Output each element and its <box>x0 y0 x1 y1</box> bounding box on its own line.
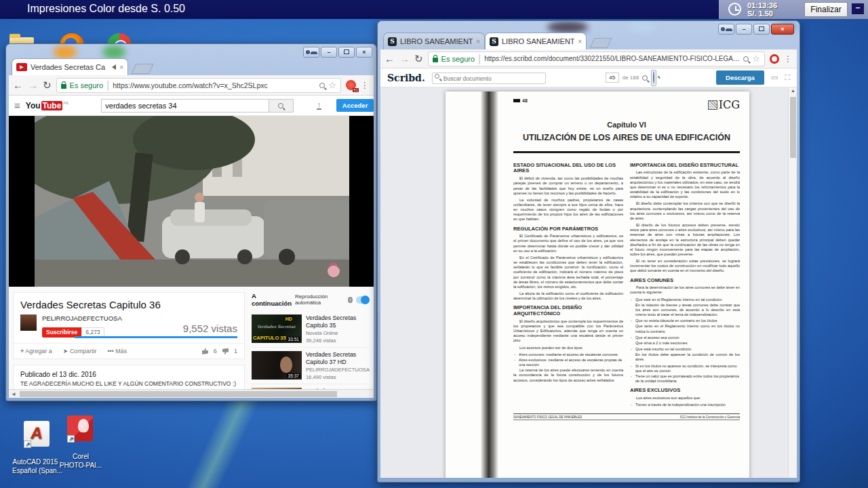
channel-avatar[interactable] <box>20 314 37 331</box>
doc-block: El Certificado de Parámetros urbanístico… <box>513 234 623 253</box>
scrollbar-thumb[interactable] <box>20 391 337 397</box>
doc-block: La reserva de los aires puede efectuarse… <box>513 368 623 382</box>
channel-name[interactable]: PELIRROJADEFECTUOSA <box>42 314 122 322</box>
vertical-scrollbar[interactable]: ▲ <box>788 87 797 478</box>
desktop-icon-corel[interactable]: ↗ Corel PHOTO-PAI... <box>56 407 106 479</box>
chrome-menu-icon[interactable]: ⋮ <box>784 54 793 64</box>
page-number-input[interactable] <box>606 73 619 83</box>
doc-block: Aires comunes: mediante el acceso de esc… <box>513 352 623 357</box>
page-total: de 188 <box>623 75 639 81</box>
address-bar[interactable]: Es seguro | https://es.scribd.com/docume… <box>428 52 765 66</box>
zoom-out-icon[interactable] <box>642 75 648 81</box>
bookmark-star-icon[interactable]: ☆ <box>752 54 760 64</box>
youtube-search-button[interactable] <box>269 99 294 113</box>
more-button[interactable]: ••• Más <box>107 348 127 354</box>
horizontal-scrollbar[interactable]: ◄ <box>9 389 374 398</box>
address-separator: | <box>106 79 109 92</box>
browser-toolbar: ← → ↻ Es seguro | https://es.scribd.com/… <box>380 49 797 68</box>
chapter-label: Capítulo VI <box>513 121 740 129</box>
close-button[interactable]: × <box>356 47 372 58</box>
back-button[interactable]: ← <box>384 53 395 64</box>
autoplay-toggle[interactable] <box>356 296 370 304</box>
suggested-video-1[interactable]: HD Verdades Secretas CAPITULO 35 33:51 V… <box>252 311 370 348</box>
info-icon[interactable]: i <box>348 297 353 303</box>
scrollbar-thumb[interactable] <box>790 97 796 158</box>
chapter-title: UTILIZACIÓN DE LOS AIRES DE UNA EDIFICAC… <box>513 131 740 144</box>
maximize-button[interactable] <box>753 24 770 35</box>
publish-date: Publicado el 13 dic. 2016 <box>14 365 244 380</box>
address-bar[interactable]: Es seguro | https://www.youtube.com/watc… <box>56 78 341 93</box>
back-button[interactable]: ← <box>13 79 23 91</box>
new-tab-button[interactable] <box>590 38 612 48</box>
reload-button[interactable]: ↻ <box>414 53 423 65</box>
adblock-extension-icon[interactable]: 51 <box>346 80 356 90</box>
desktop-icon-autocad[interactable]: ↗ AutoCAD 2015 - Español (Span... <box>12 412 62 484</box>
document-search-input[interactable] <box>432 73 546 84</box>
doc-block: Las estructuras de la edificación existe… <box>630 170 740 199</box>
scribd-favicon: S <box>490 37 498 46</box>
minimize-button[interactable]: – <box>736 24 752 35</box>
thumbs-down-icon[interactable] <box>222 348 229 354</box>
doc-block: Para la determinación de los aires comun… <box>630 285 740 295</box>
red-o-extension-icon[interactable] <box>770 54 779 64</box>
video-player[interactable] <box>9 116 374 287</box>
maximize-button[interactable] <box>338 47 355 58</box>
reload-button[interactable]: ↻ <box>43 79 52 92</box>
kiosk-minimize-button[interactable]: – <box>852 3 864 14</box>
upload-icon[interactable]: ↑ <box>317 101 321 110</box>
address-separator: | <box>478 53 481 65</box>
tab-title: Verdades Secretas Ca <box>31 63 108 71</box>
youtube-search-input[interactable] <box>101 99 269 113</box>
thumbs-up-icon[interactable] <box>202 348 208 354</box>
more-dots-icon: ••• <box>107 348 113 354</box>
doc-right-column: IMPORTANCIA DEL DISEÑO ESTRUCTURALLas es… <box>630 159 740 411</box>
minimize-button[interactable]: – <box>321 47 337 58</box>
share-button[interactable]: ➤ Compartir <box>63 348 97 354</box>
profile-window-button[interactable] <box>303 47 319 58</box>
tab-scribd-2[interactable]: S LIBRO SANEAMIENTO FI × <box>485 33 587 49</box>
tab-youtube[interactable]: ▶ Verdades Secretas Ca × <box>12 58 128 75</box>
tab-close-icon[interactable]: × <box>476 38 480 45</box>
zoom-in-button[interactable] <box>651 70 656 86</box>
shortcut-arrow-icon: ↗ <box>67 435 75 443</box>
add-to-button[interactable]: + Agregar a <box>20 348 52 354</box>
forward-button[interactable]: → <box>399 53 410 64</box>
signin-button[interactable]: Acceder <box>336 99 374 112</box>
description-card: Publicado el 13 dic. 2016 TE AGRADECERÍA… <box>13 365 245 392</box>
tab-close-icon[interactable]: × <box>578 38 582 45</box>
suggested-thumbnail: HD Verdades Secretas CAPITULO 35 33:51 <box>252 314 302 343</box>
suggested-channel: PELIRROJADEFECTUOSA <box>306 367 370 373</box>
doc-footer-right: ICG Instituto de la Construcción y Geren… <box>680 415 740 419</box>
plus-icon: + <box>20 348 24 354</box>
duration-badge: 35:37 <box>287 373 300 378</box>
youtube-favicon: ▶ <box>16 63 27 71</box>
scroll-left-icon[interactable]: ◄ <box>11 391 16 397</box>
close-button[interactable]: × <box>771 24 794 35</box>
bookmark-star-icon[interactable]: ☆ <box>328 80 336 90</box>
zoom-page-icon[interactable] <box>319 83 325 88</box>
youtube-logo[interactable]: You Tube PE <box>26 101 69 110</box>
document-search[interactable] <box>432 71 546 85</box>
fullscreen-icon[interactable]: ⛶ <box>785 73 790 82</box>
download-button[interactable]: Descarga <box>716 70 764 85</box>
scroll-up-icon[interactable]: ▲ <box>791 88 795 93</box>
profile-window-button[interactable] <box>718 24 734 35</box>
dislike-count: 1 <box>234 348 237 354</box>
scribd-logo[interactable]: Scribd. <box>387 73 425 83</box>
new-tab-button[interactable] <box>132 64 154 74</box>
tab-scribd-1[interactable]: S LIBRO SANEAMIENTO FI × <box>383 33 485 49</box>
chrome-menu-icon[interactable]: ⋮ <box>361 81 370 90</box>
video-title: Verdades Secretas Capitulo 36 <box>14 293 244 313</box>
tab-close-icon[interactable]: × <box>119 64 123 71</box>
doc-block: La altura de la edificación como el coef… <box>513 291 623 301</box>
zoom-page-icon[interactable] <box>743 56 749 62</box>
extension-badge: 51 <box>353 88 359 92</box>
forward-button[interactable]: → <box>28 79 38 91</box>
doc-footer-rule <box>513 420 740 420</box>
suggested-video-2[interactable]: 35:37 Verdades Secretas Capitulo 37 HD P… <box>252 348 370 384</box>
presentation-mode-icon[interactable]: ▭ <box>771 73 778 82</box>
finalizar-button[interactable]: Finalizar <box>804 2 848 17</box>
suggested-views: 16,490 vistas <box>306 374 370 380</box>
hamburger-menu-icon[interactable]: ≡ <box>14 100 20 111</box>
document-viewer[interactable]: 48 ICG Capítulo VI UTILIZACIÓN DE LOS AI… <box>380 87 797 478</box>
